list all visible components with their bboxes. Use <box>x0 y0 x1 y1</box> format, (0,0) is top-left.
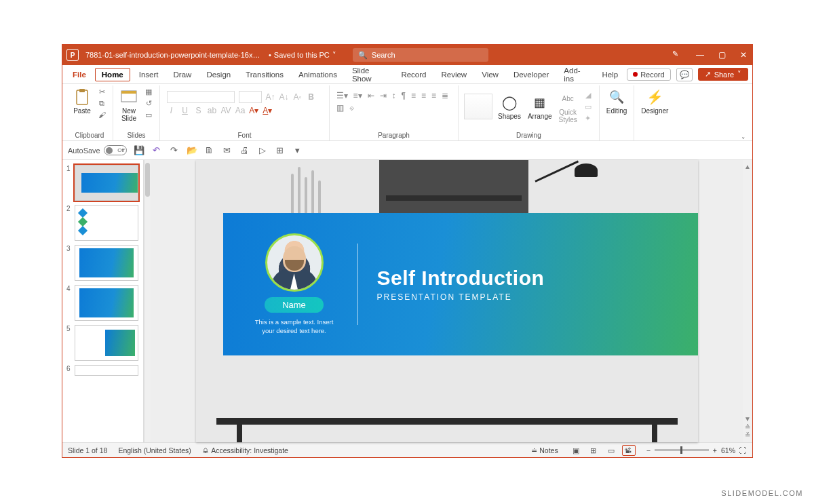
save-button[interactable]: 💾 <box>134 145 144 156</box>
new-file-button[interactable]: 🗎 <box>204 145 215 156</box>
minimize-button[interactable]: — <box>695 50 705 60</box>
qat-customize-button[interactable]: ▾ <box>292 145 303 156</box>
numbering-button[interactable]: ≡▾ <box>353 91 362 100</box>
bold-button[interactable]: B <box>307 92 316 102</box>
bullets-button[interactable]: ☰▾ <box>336 91 348 100</box>
close-button[interactable]: ✕ <box>739 50 748 60</box>
underline-button[interactable]: U <box>180 106 190 115</box>
search-box[interactable]: 🔍 Search <box>353 48 488 62</box>
maximize-button[interactable]: ▢ <box>717 50 726 60</box>
zoom-slider[interactable] <box>655 449 709 451</box>
canvas-scrollbar[interactable]: ▲ ▼ ≙ ≚ <box>743 160 752 442</box>
tab-insert[interactable]: Insert <box>133 68 165 81</box>
convert-smartart-button[interactable]: ⟐ <box>349 103 354 113</box>
shapes-button[interactable]: ◯Shapes <box>497 92 522 121</box>
font-color-button[interactable]: A▾ <box>263 106 272 115</box>
record-button[interactable]: Record <box>627 69 670 81</box>
toggle-switch[interactable]: Off <box>104 145 127 155</box>
align-right-button[interactable]: ≡ <box>431 91 436 100</box>
slide-position[interactable]: Slide 1 of 18 <box>68 446 107 454</box>
reading-view-button[interactable]: ▭ <box>604 445 618 456</box>
quick-print-button[interactable]: 🖨 <box>239 145 250 156</box>
tab-record[interactable]: Record <box>395 68 432 81</box>
comments-button[interactable]: 💬 <box>676 68 693 81</box>
columns-button[interactable]: ▥ <box>336 103 344 113</box>
zoom-in-button[interactable]: + <box>713 446 717 454</box>
language-status[interactable]: English (United States) <box>118 446 191 454</box>
thumbnail-1[interactable]: 1 <box>64 163 142 203</box>
tab-addins[interactable]: Add-ins <box>558 64 593 85</box>
fit-to-window-button[interactable]: ⛶ <box>739 446 747 454</box>
italic-button[interactable]: I <box>167 106 176 115</box>
tab-view[interactable]: View <box>476 68 505 81</box>
zoom-level[interactable]: 61% <box>721 446 735 454</box>
email-button[interactable]: ✉ <box>222 145 233 156</box>
text-direction-button[interactable]: ¶ <box>402 91 406 100</box>
zoom-out-button[interactable]: − <box>646 446 651 454</box>
redo-button[interactable]: ↷ <box>169 145 180 156</box>
layout-button[interactable]: ▦ <box>143 87 154 96</box>
tab-review[interactable]: Review <box>435 68 473 81</box>
font-family-dropdown[interactable] <box>167 91 235 103</box>
tab-help[interactable]: Help <box>596 68 625 81</box>
align-left-button[interactable]: ≡ <box>411 91 416 100</box>
accessibility-status[interactable]: 🕭 Accessibility: Investigate <box>202 446 288 454</box>
format-painter-button[interactable]: 🖌 <box>96 110 107 119</box>
pen-mode-icon[interactable]: ✎ <box>672 50 683 60</box>
char-spacing-button[interactable]: AV <box>221 106 231 115</box>
shadow-button[interactable]: ab <box>208 106 217 115</box>
thumbnail-4[interactable]: 4 <box>64 283 142 323</box>
tab-design[interactable]: Design <box>200 68 237 81</box>
from-beginning-button[interactable]: ▷ <box>257 145 268 156</box>
scroll-up-icon[interactable]: ▲ <box>744 163 751 171</box>
tab-draw[interactable]: Draw <box>168 68 198 81</box>
thumbnail-6[interactable]: 6 <box>64 363 142 378</box>
paste-button[interactable]: Paste <box>72 87 92 116</box>
decrease-font-button[interactable]: A↓ <box>279 92 289 102</box>
autosave-toggle[interactable]: AutoSave Off <box>68 145 127 155</box>
shapes-gallery[interactable] <box>464 94 492 119</box>
change-case-button[interactable]: Aa <box>235 106 246 115</box>
font-size-dropdown[interactable] <box>239 91 262 103</box>
thumbnail-3[interactable]: 3 <box>64 243 142 283</box>
shape-fill-button[interactable]: ◢ <box>583 90 594 100</box>
editing-button[interactable]: 🔍Editing <box>605 87 629 116</box>
normal-view-button[interactable]: ▣ <box>569 445 583 456</box>
open-button[interactable]: 📂 <box>187 145 197 156</box>
tab-developer[interactable]: Developer <box>507 68 555 81</box>
line-spacing-button[interactable]: ↕ <box>392 91 396 100</box>
quick-styles-button[interactable]: AbcQuick Styles <box>558 88 579 125</box>
justify-button[interactable]: ≣ <box>442 91 448 100</box>
highlight-button[interactable]: A▾ <box>249 106 258 115</box>
tab-file[interactable]: File <box>66 68 92 81</box>
tab-home[interactable]: Home <box>95 68 130 81</box>
align-center-button[interactable]: ≡ <box>421 91 426 100</box>
tab-transitions[interactable]: Transitions <box>239 68 290 81</box>
thumbnail-5[interactable]: 5 <box>64 323 142 363</box>
new-slide-button[interactable]: New Slide <box>119 87 139 123</box>
slide-canvas[interactable]: Name This is a sample text. Insert your … <box>196 160 698 442</box>
cut-button[interactable]: ✂ <box>96 87 107 96</box>
indent-decrease-button[interactable]: ⇤ <box>368 91 374 100</box>
tab-slideshow[interactable]: Slide Show <box>346 64 392 85</box>
scroll-down-icon[interactable]: ▼ <box>744 415 751 423</box>
undo-button[interactable]: ↶ <box>151 145 162 156</box>
touch-mode-button[interactable]: ⊞ <box>275 145 286 156</box>
reset-button[interactable]: ↺ <box>143 98 154 108</box>
increase-font-button[interactable]: A↑ <box>266 92 275 102</box>
share-button[interactable]: ↗Share˅ <box>698 68 748 81</box>
notes-button[interactable]: ≐ Notes <box>531 446 558 454</box>
sorter-view-button[interactable]: ⊞ <box>587 445 600 456</box>
arrange-button[interactable]: ▦Arrange <box>526 92 554 121</box>
clear-format-button[interactable]: A◦ <box>293 92 303 102</box>
shape-effects-button[interactable]: ✦ <box>583 113 594 123</box>
tab-animations[interactable]: Animations <box>292 68 343 81</box>
copy-button[interactable]: ⧉ <box>96 98 107 108</box>
prev-slide-icon[interactable]: ≙ <box>745 423 750 431</box>
thumbnails-scrollbar[interactable] <box>144 160 151 442</box>
thumbnail-2[interactable]: 2 <box>64 203 142 243</box>
collapse-ribbon-button[interactable]: ˅ <box>741 136 745 145</box>
designer-button[interactable]: ⚡Designer <box>640 87 670 116</box>
save-status[interactable]: • Saved to this PC ˅ <box>269 51 336 60</box>
strike-button[interactable]: S <box>194 106 204 115</box>
